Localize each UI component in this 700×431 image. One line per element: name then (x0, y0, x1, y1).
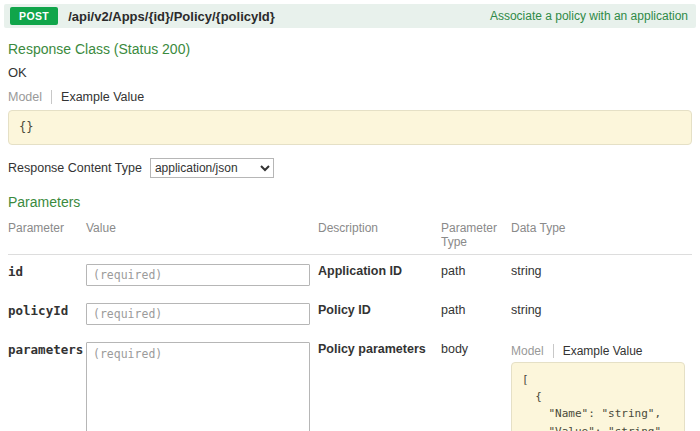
response-tabs: ModelExample Value (8, 90, 692, 105)
swagger-operation: POST /api/v2/Apps/{id}/Policy/{policyId}… (0, 4, 700, 431)
response-content-type-select[interactable]: application/json (150, 158, 274, 178)
param-description: Application ID (318, 255, 441, 295)
param-description: Policy ID (318, 294, 441, 333)
parameters-heading: Parameters (8, 194, 692, 210)
parameters-table: Parameter Value Description Parameter Ty… (8, 212, 692, 431)
param-name: policyId (8, 294, 86, 333)
col-header-parameter-type: Parameter Type (441, 212, 511, 255)
col-header-description: Description (318, 212, 441, 255)
response-content-type-label: Response Content Type (8, 161, 142, 175)
response-status-text: OK (8, 65, 692, 80)
operation-summary-link[interactable]: Associate a policy with an application (490, 9, 690, 23)
param-row-policyid: policyId Policy ID path string (8, 294, 692, 333)
param-row-parameters: parameters Parameter content type: appli… (8, 333, 692, 431)
param-policyid-input[interactable] (86, 303, 310, 325)
col-header-data-type: Data Type (511, 212, 692, 255)
method-badge: POST (10, 7, 58, 25)
body-param-example-code: [ { "Name": "string", "Value": "string" … (511, 362, 685, 431)
parameters-header-row: Parameter Value Description Parameter Ty… (8, 212, 692, 255)
param-type: path (441, 255, 511, 295)
body-param-tabs: ModelExample Value (511, 344, 684, 358)
param-type: body (441, 333, 511, 431)
operation-body: Response Class (Status 200) OK ModelExam… (0, 41, 700, 431)
tab-model[interactable]: Model (8, 90, 51, 104)
tab-example-value[interactable]: Example Value (553, 344, 652, 358)
tab-model[interactable]: Model (511, 344, 553, 358)
param-description: Policy parameters (318, 333, 441, 431)
col-header-value: Value (86, 212, 318, 255)
param-name: parameters (8, 333, 86, 431)
param-row-id: id Application ID path string (8, 255, 692, 295)
col-header-parameter: Parameter (8, 212, 86, 255)
param-parameters-textarea[interactable] (86, 342, 310, 431)
operation-path-link[interactable]: /api/v2/Apps/{id}/Policy/{policyId} (68, 9, 275, 24)
tab-example-value[interactable]: Example Value (51, 90, 153, 104)
param-type: path (441, 294, 511, 333)
response-class-heading: Response Class (Status 200) (8, 41, 692, 57)
param-id-input[interactable] (86, 264, 310, 286)
param-data-type: string (511, 255, 692, 295)
response-content-type-row: Response Content Type application/json (8, 158, 692, 178)
response-example-code: {} (8, 110, 692, 145)
param-name: id (8, 255, 86, 295)
operation-header[interactable]: POST /api/v2/Apps/{id}/Policy/{policyId}… (4, 4, 696, 28)
param-data-type: string (511, 294, 692, 333)
